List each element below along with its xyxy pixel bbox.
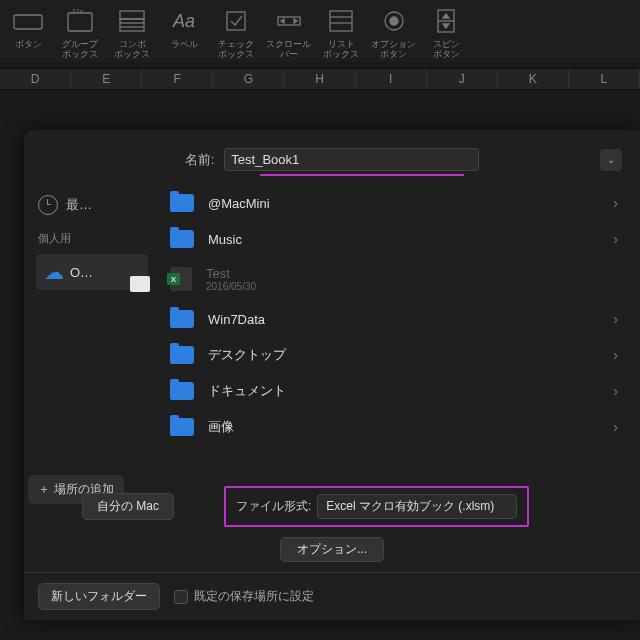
file-name: @MacMini — [208, 196, 270, 211]
groupbox-icon: XYZ — [62, 6, 98, 36]
col-header[interactable]: I — [356, 69, 427, 89]
svg-rect-7 — [227, 12, 245, 30]
highlight-underline — [260, 174, 464, 176]
filename-label: 名前: — [185, 151, 215, 169]
ribbon-label: スクロールバー — [266, 40, 311, 60]
svg-rect-3 — [120, 11, 144, 19]
listbox-icon — [323, 6, 359, 36]
file-name: デスクトップ — [208, 346, 286, 364]
file-date: 2016/05/30 — [206, 281, 256, 292]
chevron-right-icon: › — [613, 419, 618, 435]
button-icon — [10, 6, 46, 36]
ribbon-label: コンボボックス — [114, 40, 150, 60]
svg-rect-9 — [330, 11, 352, 31]
save-dialog: 名前: ⌄ 最… 個人用 ☁ O… @MacMini › — [24, 130, 640, 620]
onedrive-thumb — [130, 276, 150, 292]
sidebar-item-label: O… — [70, 265, 93, 280]
cloud-icon: ☁ — [44, 260, 64, 284]
ribbon-toolbar: ボタン XYZ グループボックス コンボボックス Aa ラベル チェックボックス… — [0, 0, 640, 62]
col-header[interactable]: F — [142, 69, 213, 89]
file-name: 画像 — [208, 418, 234, 436]
col-header[interactable]: H — [284, 69, 355, 89]
clock-icon — [38, 195, 58, 215]
chevron-right-icon: › — [613, 311, 618, 327]
sidebar-item-label: 最… — [66, 196, 92, 214]
ribbon-listbox[interactable]: リストボックス — [319, 6, 363, 60]
list-item[interactable]: デスクトップ › — [152, 337, 640, 373]
default-location-label: 既定の保存場所に設定 — [194, 588, 314, 605]
svg-text:XYZ: XYZ — [72, 9, 84, 13]
ribbon-checkbox[interactable]: チェックボックス — [214, 6, 258, 60]
scrollbar-icon — [271, 6, 307, 36]
label-icon: Aa — [166, 6, 202, 36]
folder-icon — [170, 346, 194, 364]
ribbon-optionbutton[interactable]: オプションボタン — [371, 6, 416, 60]
file-name: Music — [208, 232, 242, 247]
sidebar: 最… 個人用 ☁ O… — [24, 181, 152, 471]
svg-rect-1 — [68, 13, 92, 31]
dialog-footer: 自分の Mac ファイル形式: Excel マクロ有効ブック (.xlsm) オ… — [24, 476, 640, 572]
column-headers: D E F G H I J K L — [0, 68, 640, 90]
file-format-select[interactable]: Excel マクロ有効ブック (.xlsm) — [317, 494, 517, 519]
file-format-group: ファイル形式: Excel マクロ有効ブック (.xlsm) — [224, 486, 529, 527]
list-item[interactable]: Music › — [152, 221, 640, 257]
ribbon-button[interactable]: ボタン — [6, 6, 50, 60]
file-browser: 最… 個人用 ☁ O… @MacMini › Music › X — [24, 181, 640, 471]
list-item[interactable]: Win7Data › — [152, 301, 640, 337]
sidebar-onedrive[interactable]: ☁ O… — [36, 254, 148, 290]
col-header[interactable]: K — [498, 69, 569, 89]
options-button[interactable]: オプション... — [280, 537, 384, 562]
col-header[interactable]: J — [427, 69, 498, 89]
chevron-right-icon: › — [613, 383, 618, 399]
list-item[interactable]: ドキュメント › — [152, 373, 640, 409]
list-item[interactable]: X Test 2016/05/30 — [152, 257, 640, 301]
col-header[interactable]: E — [71, 69, 142, 89]
chevron-right-icon: › — [613, 347, 618, 363]
file-name: Win7Data — [208, 312, 265, 327]
svg-rect-4 — [120, 19, 144, 31]
excel-file-icon: X — [170, 267, 192, 291]
sidebar-recent[interactable]: 最… — [32, 191, 152, 219]
col-header[interactable]: G — [213, 69, 284, 89]
ribbon-groupbox[interactable]: XYZ グループボックス — [58, 6, 102, 60]
default-location-row[interactable]: 既定の保存場所に設定 — [174, 588, 314, 605]
file-format-label: ファイル形式: — [236, 498, 311, 515]
filename-row: 名前: ⌄ — [24, 130, 640, 181]
ribbon-label: ボタン — [15, 40, 42, 50]
col-header[interactable]: L — [569, 69, 640, 89]
ribbon-label-ctrl[interactable]: Aa ラベル — [162, 6, 206, 60]
dialog-bottom-bar: 新しいフォルダー 既定の保存場所に設定 — [24, 572, 640, 620]
ribbon-label: オプションボタン — [371, 40, 416, 60]
expand-button[interactable]: ⌄ — [600, 149, 622, 171]
checkbox-icon[interactable] — [174, 590, 188, 604]
chevron-right-icon: › — [613, 195, 618, 211]
my-mac-button[interactable]: 自分の Mac — [82, 493, 174, 520]
new-folder-button[interactable]: 新しいフォルダー — [38, 583, 160, 610]
combobox-icon — [114, 6, 150, 36]
ribbon-label: チェックボックス — [218, 40, 254, 60]
ribbon-label: ラベル — [171, 40, 198, 50]
ribbon-scrollbar[interactable]: スクロールバー — [266, 6, 311, 60]
filename-input[interactable] — [224, 148, 479, 171]
svg-rect-0 — [14, 15, 42, 29]
col-header[interactable]: D — [0, 69, 71, 89]
folder-icon — [170, 418, 194, 436]
sidebar-section-personal: 個人用 — [32, 219, 152, 252]
folder-icon — [170, 230, 194, 248]
list-item[interactable]: @MacMini › — [152, 185, 640, 221]
folder-icon — [170, 382, 194, 400]
ribbon-combobox[interactable]: コンボボックス — [110, 6, 154, 60]
folder-icon — [170, 310, 194, 328]
ribbon-spinbutton[interactable]: スピンボタン — [424, 6, 468, 60]
chevron-right-icon: › — [613, 231, 618, 247]
list-item[interactable]: 画像 › — [152, 409, 640, 445]
radio-icon — [376, 6, 412, 36]
folder-icon — [170, 194, 194, 212]
file-list: @MacMini › Music › X Test 2016/05/30 Win… — [152, 181, 640, 471]
ribbon-label: スピンボタン — [433, 40, 460, 60]
svg-point-13 — [390, 17, 398, 25]
ribbon-label: グループボックス — [62, 40, 98, 60]
checkbox-icon — [218, 6, 254, 36]
file-name: ドキュメント — [208, 382, 286, 400]
spin-icon — [428, 6, 464, 36]
